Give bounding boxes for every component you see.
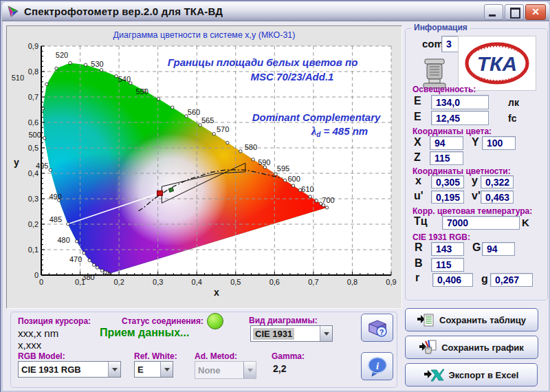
status-groupbox: Позиция курсора: xxx,x nm x,xxx Статус с…: [10, 312, 397, 388]
svg-text:500: 500: [28, 131, 41, 139]
svg-text:Границы площади белых цветов п: Границы площади белых цветов по: [168, 56, 358, 68]
ad-metod-label: Ad. Metod:: [195, 351, 237, 361]
svg-text:ТКА: ТКА: [477, 52, 517, 75]
z-cap-label: Z: [414, 151, 421, 164]
green-led-icon: [207, 313, 223, 329]
lux-unit: лк: [508, 97, 519, 108]
z-cap-field[interactable]: [430, 151, 463, 165]
x-cap-field[interactable]: [430, 136, 463, 150]
gn-field[interactable]: [490, 273, 533, 287]
svg-text:0,5: 0,5: [230, 278, 241, 286]
e-fc-label: E: [414, 111, 421, 123]
gn-label: g: [481, 273, 488, 285]
minimize-button[interactable]: [484, 4, 503, 20]
svg-text:0,8: 0,8: [28, 67, 38, 76]
chart-title: Диаграмма цветности в системе x,y (МКО-3…: [113, 30, 296, 40]
chromaticity-chart[interactable]: 3804704804854904955005105205305405505605…: [7, 26, 402, 308]
chevron-down-icon[interactable]: [108, 362, 120, 377]
rgb-model-combo[interactable]: CIE 1931 RGB: [18, 361, 121, 378]
v-field[interactable]: [481, 190, 514, 204]
svg-text:0,7: 0,7: [28, 93, 38, 101]
y-cap-field[interactable]: [482, 136, 516, 150]
svg-text:0,6: 0,6: [270, 278, 280, 286]
g-cap-field[interactable]: [482, 242, 515, 256]
export-excel-label: Экспорт в Excel: [449, 370, 519, 380]
diagram-type-value: CIE 1931: [253, 328, 294, 340]
info-bubble-icon: i: [366, 356, 388, 377]
minimize-icon: [489, 14, 496, 17]
diagram-type-combo[interactable]: CIE 1931: [250, 325, 333, 342]
e-fc-field[interactable]: [431, 111, 489, 125]
cy-label: y: [472, 175, 478, 187]
chevron-down-icon[interactable]: [160, 362, 173, 377]
svg-text:470: 470: [69, 255, 82, 263]
svg-text:610: 610: [301, 185, 314, 193]
b-cap-field[interactable]: [431, 258, 464, 272]
tka-logo: ТКА: [458, 36, 536, 91]
export-excel-button[interactable]: Экспорт в Excel: [405, 363, 538, 386]
ad-metod-combo: None: [195, 361, 256, 379]
svg-text:Dominant Complementary: Dominant Complementary: [252, 111, 381, 123]
cx-label: x: [415, 175, 421, 187]
svg-text:0,2: 0,2: [28, 220, 38, 228]
svg-text:565: 565: [201, 116, 214, 124]
connection-status-text: Прием данных...: [100, 327, 189, 339]
svg-text:550: 550: [135, 87, 148, 96]
rn-field[interactable]: [432, 273, 473, 287]
y-tick-labels: 00,10,20,30,40,50,60,70,80,9: [28, 42, 38, 279]
illuminance-label: Освещенность:: [412, 85, 476, 94]
cct-field[interactable]: [442, 216, 520, 230]
y-cap-label: Y: [472, 136, 479, 149]
u-label: u': [414, 190, 424, 202]
e-lux-field[interactable]: [431, 95, 489, 109]
r-cap-field[interactable]: [431, 242, 464, 256]
save-graph-button[interactable]: Сохранить график: [405, 336, 538, 359]
rn-label: r: [415, 272, 419, 284]
svg-text:0: 0: [34, 271, 38, 279]
ref-white-combo[interactable]: E: [134, 361, 173, 378]
cx-field[interactable]: [431, 175, 464, 188]
chevron-down-icon: [243, 362, 256, 378]
svg-text:0,9: 0,9: [386, 278, 396, 286]
about-button[interactable]: i: [361, 352, 393, 380]
svg-text:0,7: 0,7: [308, 278, 318, 286]
save-table-button[interactable]: Сохранить таблицу: [405, 308, 538, 331]
svg-text:595: 595: [277, 164, 289, 173]
arrow-notepad-icon: [417, 312, 435, 327]
u-field[interactable]: [431, 190, 464, 204]
x-cap-label: X: [414, 136, 421, 149]
help-button[interactable]: ?: [361, 314, 393, 342]
close-button[interactable]: ✕: [525, 4, 546, 20]
svg-text:510: 510: [12, 74, 24, 82]
arrow-excel-x-icon: [424, 367, 445, 382]
svg-text:520: 520: [56, 51, 68, 59]
gamma-label: Gamma:: [272, 351, 305, 361]
maximize-button[interactable]: [505, 4, 524, 20]
chevron-down-icon[interactable]: [320, 326, 332, 341]
maximize-icon: [510, 8, 520, 19]
cct-label: Корр. цветовая температура:: [412, 206, 532, 216]
g-cap-label: G: [472, 241, 481, 254]
app-icon: [6, 5, 20, 19]
save-table-label: Сохранить таблицу: [439, 315, 526, 325]
close-icon: ✕: [526, 5, 545, 19]
fc-unit: fc: [508, 113, 516, 124]
r-cap-label: R: [415, 241, 423, 254]
svg-text:0,5: 0,5: [28, 144, 38, 152]
svg-text:570: 570: [217, 125, 229, 133]
svg-text:0,2: 0,2: [113, 278, 124, 286]
diagram-type-label: Вид диаграммы:: [249, 316, 318, 325]
svg-text:0,4: 0,4: [28, 169, 38, 177]
window-title: Спектрофотометр вер.2.0 для ТКА-ВД: [24, 6, 223, 17]
svg-text:0,9: 0,9: [28, 42, 38, 50]
svg-text:530: 530: [91, 60, 103, 68]
svg-text:485: 485: [50, 215, 62, 224]
title-bar: Спектрофотометр вер.2.0 для ТКА-ВД ✕: [2, 2, 549, 21]
chroma-label: Координаты цветности:: [412, 166, 511, 176]
b-cap-label: B: [415, 257, 423, 270]
chart-panel: 3804704804854904955005105205305405505605…: [6, 25, 402, 309]
cy-field[interactable]: [481, 175, 514, 188]
com-label: com: [422, 38, 443, 50]
y-axis-title: y: [14, 157, 19, 168]
svg-text:0,3: 0,3: [28, 195, 38, 203]
